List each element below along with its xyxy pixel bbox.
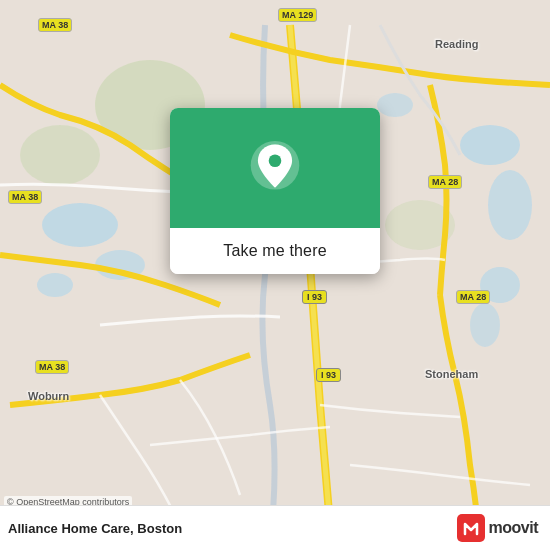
city-label-stoneham: Stoneham (425, 368, 478, 380)
city-label-reading: Reading (435, 38, 478, 50)
location-popup: Take me there (170, 108, 380, 274)
road-badge-ma129: MA 129 (278, 8, 317, 22)
moovit-label: moovit (489, 519, 538, 537)
moovit-icon (457, 514, 485, 542)
svg-rect-15 (457, 514, 485, 542)
road-badge-ma38-bottom: MA 38 (35, 360, 69, 374)
svg-point-1 (42, 203, 118, 247)
road-badge-ma38-mid: MA 38 (8, 190, 42, 204)
svg-point-14 (269, 155, 282, 168)
location-pin-icon (248, 141, 302, 195)
take-me-there-button[interactable]: Take me there (170, 228, 380, 274)
road-badge-ma28-lower: MA 28 (456, 290, 490, 304)
map-container: MA 38 MA 38 MA 38 MA 129 I 93 I 93 I 93 … (0, 0, 550, 550)
bottom-bar: Alliance Home Care, Boston moovit (0, 505, 550, 550)
moovit-logo: moovit (457, 514, 538, 542)
svg-point-3 (37, 273, 73, 297)
svg-point-8 (377, 93, 413, 117)
svg-point-7 (470, 303, 500, 347)
location-name: Alliance Home Care, Boston (8, 521, 182, 536)
svg-point-5 (488, 170, 532, 240)
popup-header (170, 108, 380, 228)
city-label-woburn: Woburn (28, 390, 69, 402)
map-background (0, 0, 550, 550)
bottom-bar-info: Alliance Home Care, Boston (8, 521, 182, 536)
road-badge-ma28-upper: MA 28 (428, 175, 462, 189)
svg-point-4 (460, 125, 520, 165)
highway-badge-i93-mid: I 93 (302, 290, 327, 304)
highway-badge-i93-bottom: I 93 (316, 368, 341, 382)
svg-point-10 (20, 125, 100, 185)
road-badge-ma38-top: MA 38 (38, 18, 72, 32)
